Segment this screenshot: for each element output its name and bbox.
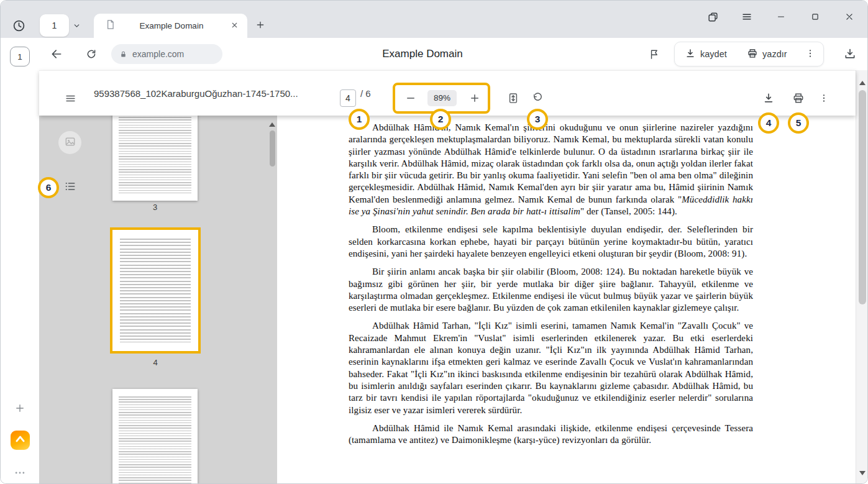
fit-to-page-button[interactable] (503, 88, 523, 108)
sidebar-workspace-tab[interactable]: 1 (10, 47, 30, 66)
lock-icon (119, 50, 127, 58)
window-maximize-button[interactable] (806, 7, 825, 26)
ellipsis-icon (14, 467, 26, 479)
rotate-ccw-icon (532, 93, 543, 104)
save-page-button[interactable]: kaydet (678, 42, 733, 66)
page-actions-more-button[interactable] (801, 42, 820, 66)
bookmark-button[interactable] (644, 45, 663, 63)
save-page-label: kaydet (700, 49, 727, 59)
plus-icon (14, 403, 25, 414)
browser-logo[interactable] (11, 431, 30, 450)
pdf-content-area: 3 4 Abdülhak Hâmıd'in, Namık Kemal'ın şi… (39, 116, 856, 483)
download-icon (762, 92, 775, 104)
browser-tab[interactable]: Example Domain (94, 14, 247, 38)
image-icon (64, 135, 76, 150)
scrollbar-thumb[interactable] (859, 90, 866, 304)
pdf-filename: 959387568_102KaraburguOğuzhan-1745-1750.… (94, 71, 298, 116)
scroll-up-arrow[interactable] (269, 119, 275, 127)
document-paragraph: Abdülhak Hâmıd'in, Namık Kemal'ın şiirle… (349, 122, 753, 217)
page-thumbnail-5[interactable] (112, 389, 198, 483)
pdf-page-number-input[interactable]: 4 (340, 89, 356, 107)
page-actions-card: kaydet yazdır (674, 42, 824, 66)
thumbnail-text-preview (120, 239, 191, 342)
pdf-print-button[interactable] (788, 88, 808, 108)
print-page-button[interactable]: yazdır (741, 42, 793, 66)
clock-icon (12, 19, 25, 32)
thumbnail-scrollbar[interactable] (268, 119, 276, 200)
bookmark-flag-icon (648, 48, 660, 60)
document-paragraph: Bloom, etkilenme endişesi sele kapılma b… (349, 224, 753, 260)
panels-icon (707, 11, 719, 23)
url-text: example.com (132, 49, 184, 59)
annotation-badge-5: 5 (788, 112, 809, 134)
downloads-button[interactable] (841, 45, 859, 63)
pdf-page: Abdülhak Hâmıd'in, Namık Kemal'ın şiirle… (277, 116, 856, 483)
workspace-tab[interactable]: 1 (40, 14, 69, 37)
zoom-in-button[interactable] (465, 88, 485, 108)
new-tab-button[interactable] (252, 16, 269, 34)
tab-close-button[interactable] (227, 19, 241, 33)
document-paragraph: Bir şiirin anlamı ancak başka bir şiir o… (349, 266, 753, 314)
scroll-up-arrow[interactable] (859, 78, 866, 85)
reload-button[interactable] (82, 45, 101, 63)
page-title: Example Domain (382, 38, 462, 70)
print-page-label: yazdır (762, 49, 787, 59)
maximize-icon (810, 11, 821, 22)
back-button[interactable] (47, 45, 66, 63)
kebab-menu-icon (819, 93, 829, 103)
outline-view-button[interactable] (58, 176, 81, 199)
annotation-badge-6: 6 (38, 177, 59, 198)
thumbnail-text-preview (119, 396, 191, 483)
page-favicon-icon (105, 19, 116, 32)
chevron-down-icon (73, 22, 81, 30)
sidebar-rail: 1 (1, 38, 39, 483)
annotation-badge-3: 3 (527, 109, 548, 130)
annotation-badge-1: 1 (349, 109, 370, 130)
minimize-icon (775, 11, 787, 22)
hamburger-menu-icon (741, 11, 752, 22)
titlebar: 1 Example Domain (1, 1, 867, 38)
reload-icon (86, 48, 97, 60)
sidebar-add-button[interactable] (11, 399, 29, 418)
zoom-level: 89% (427, 90, 457, 106)
document-paragraph: Abdülhak Hâmid ile Namık Kemal arasındak… (349, 422, 753, 447)
scroll-down-arrow[interactable] (859, 471, 866, 478)
thumbnail-label: 3 (112, 203, 198, 212)
printer-icon (792, 92, 805, 104)
thumbnails-view-button[interactable] (58, 131, 81, 154)
pdf-sidebar-toggle-button[interactable] (60, 88, 80, 108)
tab-panels-button[interactable] (703, 7, 722, 26)
hamburger-menu-icon (65, 93, 76, 104)
history-button[interactable] (9, 16, 28, 35)
page-thumbnail-4-selected[interactable] (110, 227, 201, 354)
pdf-download-button[interactable] (759, 88, 779, 108)
annotation-badge-4: 4 (758, 112, 779, 134)
url-bar[interactable]: example.com (111, 44, 222, 64)
tab-title: Example Domain (122, 21, 221, 30)
workspace-tab-label: 1 (52, 21, 57, 30)
logo-mark-icon (13, 432, 27, 449)
window-close-button[interactable] (840, 7, 859, 26)
main-scrollbar[interactable] (856, 70, 868, 483)
kebab-menu-icon (805, 48, 815, 60)
browser-window: 1 Example Domain (0, 0, 868, 484)
pdf-more-button[interactable] (814, 88, 834, 108)
plus-icon (255, 20, 265, 30)
workspace-dropdown-button[interactable] (69, 18, 84, 33)
download-tray-icon (844, 48, 856, 60)
sidebar-workspace-label: 1 (17, 52, 22, 62)
rotate-button[interactable] (528, 88, 547, 108)
scrollbar-thumb[interactable] (270, 130, 275, 167)
document-text: Abdülhak Hâmıd'in, Namık Kemal'ın şiirle… (349, 122, 753, 446)
fit-page-icon (507, 92, 519, 104)
sidebar-more-button[interactable] (11, 465, 29, 480)
pdf-toolbar: 959387568_102KaraburguOğuzhan-1745-1750.… (39, 70, 856, 116)
minus-icon (405, 93, 416, 104)
plus-icon (469, 93, 480, 104)
thumbnail-text-preview (119, 116, 191, 193)
zoom-out-button[interactable] (401, 88, 421, 108)
browser-menu-button[interactable] (738, 7, 756, 26)
annotation-badge-2: 2 (430, 109, 451, 130)
window-minimize-button[interactable] (772, 7, 790, 26)
page-thumbnail-3[interactable] (112, 116, 198, 201)
